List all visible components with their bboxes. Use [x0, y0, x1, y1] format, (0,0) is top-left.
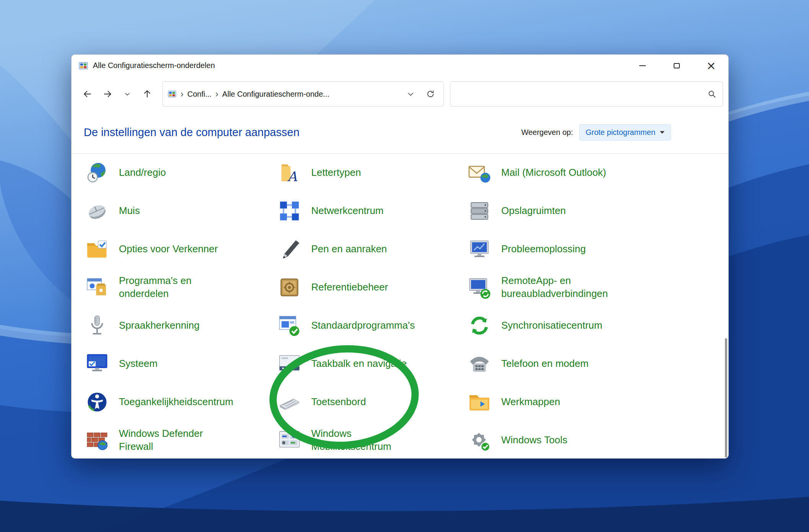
control-panel-item[interactable]: Standaardprogramma's [278, 307, 468, 345]
control-panel-item[interactable]: Probleemoplossing [468, 230, 728, 268]
control-panel-app-icon [78, 61, 88, 71]
control-panel-item[interactable]: Netwerkcentrum [278, 192, 468, 230]
phone-icon [468, 352, 491, 376]
control-panel-item[interactable]: Opslagruimten [468, 192, 728, 230]
close-button[interactable]: × [694, 55, 728, 76]
refresh-button[interactable] [421, 84, 440, 104]
credential-vault-icon [278, 276, 301, 299]
mouse-icon [85, 199, 109, 223]
item-label: Windows Tools [501, 434, 567, 447]
item-label: Programma's en onderdelen [119, 274, 192, 300]
network-icon [278, 199, 301, 223]
control-panel-item[interactable]: Pen en aanraken [278, 230, 468, 268]
control-panel-item[interactable]: Windows Tools [468, 421, 728, 459]
window-title: Alle Configuratiescherm-onderdelen [93, 61, 215, 70]
item-label: Lettertypen [311, 166, 361, 179]
view-by-dropdown[interactable]: Grote pictogrammen [579, 124, 671, 141]
mobility-icon [278, 428, 301, 452]
item-label: Netwerkcentrum [311, 204, 383, 217]
firewall-icon [85, 428, 109, 452]
control-panel-item[interactable]: Werkmappen [468, 383, 728, 421]
sync-icon [468, 314, 491, 337]
item-label: RemoteApp- en bureaubladverbindingen [501, 274, 608, 300]
control-panel-item[interactable]: Spraakherkenning [85, 307, 278, 345]
default-programs-icon [278, 314, 301, 337]
control-panel-item[interactable]: Synchronisatiecentrum [468, 307, 728, 345]
control-panel-item[interactable]: Opties voor Verkenner [85, 230, 278, 268]
control-panel-item[interactable]: ALettertypen [278, 154, 468, 192]
windows-tools-icon [468, 428, 491, 452]
item-label: Synchronisatiecentrum [501, 319, 602, 332]
workfolders-icon [468, 390, 491, 414]
control-panel-item[interactable]: Toetsenbord [278, 383, 468, 421]
control-panel-item[interactable]: Windows Mobiliteitscentrum [278, 421, 468, 459]
forward-button[interactable] [97, 84, 117, 104]
mail-icon [468, 161, 491, 185]
control-panel-item[interactable]: Programma's en onderdelen [85, 268, 278, 307]
page-header: De instellingen van de computer aanpasse… [71, 112, 728, 154]
svg-text:A: A [287, 169, 297, 184]
minimize-icon [639, 65, 646, 66]
control-panel-item[interactable]: Mail (Microsoft Outlook) [468, 154, 728, 192]
item-label: Taakbalk en navigatie [311, 357, 407, 370]
view-by-value: Grote pictogrammen [586, 128, 655, 137]
system-monitor-icon [85, 352, 109, 376]
item-label: Systeem [119, 357, 158, 370]
control-panel-item[interactable]: Windows Defender Firewall [85, 421, 278, 459]
control-panel-grid: Land/regioALettertypenMail (Microsoft Ou… [71, 154, 728, 459]
chevron-down-icon [406, 90, 415, 98]
title-bar: Alle Configuratiescherm-onderdelen × [71, 55, 728, 76]
storage-icon [468, 199, 491, 223]
fonts-folder-icon: A [278, 161, 301, 185]
item-label: Toegankelijkheidscentrum [119, 396, 233, 409]
vertical-scrollbar-thumb[interactable] [725, 338, 727, 457]
navigation-toolbar: › Confi... › Alle Configuratiescherm-ond… [71, 76, 728, 112]
control-panel-item[interactable]: Taakbalk en navigatie [278, 345, 468, 383]
forward-arrow-icon [102, 89, 112, 99]
control-panel-item[interactable]: Muis [85, 192, 278, 230]
folder-options-icon [85, 237, 109, 261]
recent-pages-button[interactable] [117, 84, 137, 104]
window-controls: × [625, 55, 728, 76]
view-by-label: Weergeven op: [521, 128, 573, 137]
breadcrumb-item-control-panel[interactable]: Confi... [187, 90, 211, 99]
control-panel-item[interactable]: Land/regio [85, 154, 278, 192]
item-label: Mail (Microsoft Outlook) [501, 166, 606, 179]
caret-down-icon [660, 131, 664, 134]
item-label: Standaardprogramma's [311, 319, 415, 332]
search-icon[interactable] [707, 89, 716, 99]
address-bar[interactable]: › Confi... › Alle Configuratiescherm-ond… [162, 81, 444, 107]
control-panel-item[interactable]: Toegankelijkheidscentrum [85, 383, 278, 421]
troubleshoot-icon [468, 237, 491, 261]
item-label: Telefoon en modem [501, 357, 588, 370]
breadcrumb-item-all-items[interactable]: Alle Configuratiescherm-onde... [222, 90, 329, 99]
back-arrow-icon [83, 89, 93, 99]
chevron-down-icon [124, 91, 131, 97]
item-label: Spraakherkenning [119, 319, 200, 332]
pen-icon [278, 237, 301, 261]
breadcrumb-separator: › [211, 89, 222, 99]
back-button[interactable] [78, 84, 97, 104]
item-label: Opties voor Verkenner [119, 243, 218, 256]
item-label: Windows Defender Firewall [119, 427, 203, 453]
search-box[interactable] [450, 81, 723, 107]
programs-icon [85, 276, 109, 299]
view-by-group: Weergeven op: Grote pictogrammen [521, 124, 671, 141]
address-dropdown-button[interactable] [401, 84, 421, 104]
close-icon: × [706, 60, 716, 71]
item-label: Land/regio [119, 166, 166, 179]
item-label: Pen en aanraken [311, 243, 387, 256]
control-panel-item[interactable]: RemoteApp- en bureaubladverbindingen [468, 268, 728, 307]
minimize-button[interactable] [625, 55, 660, 76]
item-label: Werkmappen [501, 396, 560, 409]
control-panel-item[interactable]: Referentiebeheer [278, 268, 468, 307]
control-panel-window: Alle Configuratiescherm-onderdelen × › C… [71, 54, 729, 459]
control-panel-item[interactable]: Telefoon en modem [468, 345, 728, 383]
item-label: Probleemoplossing [501, 243, 586, 256]
control-panel-item[interactable]: Systeem [85, 345, 278, 383]
address-bar-actions [401, 84, 440, 104]
refresh-icon [426, 90, 435, 98]
maximize-button[interactable] [660, 55, 694, 76]
up-button[interactable] [137, 84, 157, 104]
search-input[interactable] [456, 90, 707, 99]
